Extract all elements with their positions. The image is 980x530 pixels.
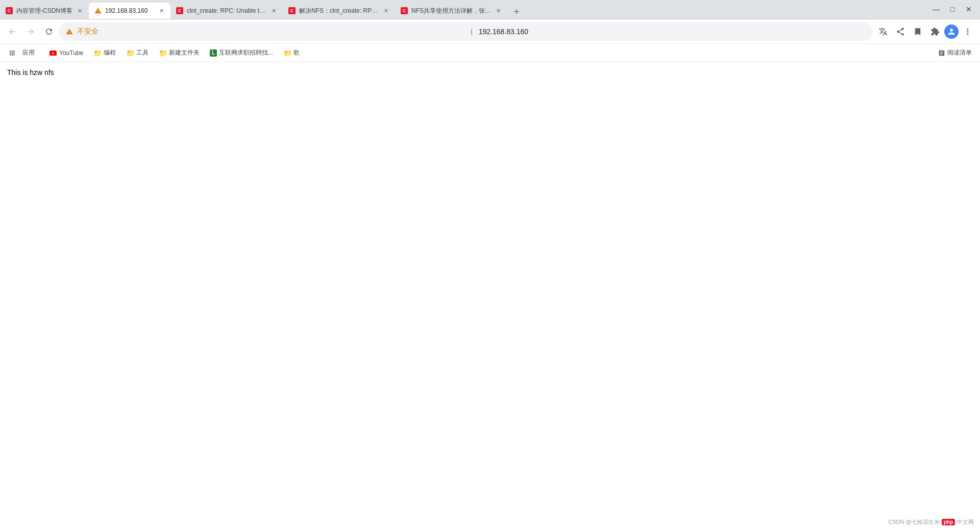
tab-close-1[interactable]: ✕ [76, 7, 84, 15]
apps-grid-icon [8, 49, 16, 57]
tab-clnt-create[interactable]: C clnt_create: RPC: Unable to re... ✕ [170, 3, 283, 19]
tab-ip-active[interactable]: 192.168.83.160 ✕ [89, 3, 170, 19]
back-button[interactable] [4, 23, 20, 40]
close-button[interactable]: ✕ [962, 2, 976, 16]
watermark-badge: php [942, 519, 955, 525]
songs-label: 歌 [293, 48, 300, 57]
tab-close-2[interactable]: ✕ [157, 7, 165, 15]
tab-close-3[interactable]: ✕ [270, 7, 278, 15]
tab-favicon-csdn: C [5, 7, 13, 15]
watermark-lang: 中文网 [957, 518, 974, 526]
bookmark-button[interactable] [910, 23, 926, 40]
tab-resolve-nfs[interactable]: C 解决NFS：clnt_create: RPC: Po... ✕ [283, 3, 395, 19]
tab-favicon-warning [94, 7, 102, 15]
new-tab-button[interactable]: + [509, 5, 524, 19]
bookmarks-bar: 应用 YouTube 📁 编程 📁 工具 📁 新建文件夹 L 互联网求职招聘找. [0, 44, 980, 62]
bookmark-programming[interactable]: 📁 编程 [89, 46, 120, 59]
tab-bar: C 内容管理-CSDN博客 ✕ 192.168.83.160 ✕ C clnt_… [0, 0, 980, 19]
tab-title-3: clnt_create: RPC: Unable to re... [187, 7, 266, 14]
security-warning-icon [66, 28, 73, 35]
share-button[interactable] [892, 23, 909, 40]
tab-close-4[interactable]: ✕ [382, 7, 390, 15]
reading-list-button[interactable]: 阅读清单 [934, 46, 976, 59]
tab-favicon-csdn-3: C [176, 7, 184, 15]
folder-programming-icon: 📁 [93, 49, 102, 57]
bookmark-tools[interactable]: 📁 工具 [122, 46, 153, 59]
youtube-label: YouTube [59, 49, 83, 57]
address-separator: | [471, 28, 472, 35]
translate-button[interactable] [875, 23, 891, 40]
security-label: 不安全 [77, 27, 464, 36]
reload-button[interactable] [41, 23, 57, 40]
browser-window: C 内容管理-CSDN博客 ✕ 192.168.83.160 ✕ C clnt_… [0, 0, 980, 530]
bookmark-apps[interactable]: 应用 [4, 44, 43, 61]
bookmark-new-folder[interactable]: 📁 新建文件夹 [155, 46, 204, 59]
bookmark-jobs[interactable]: L 互联网求职招聘找... [206, 46, 277, 59]
tab-nfs-share[interactable]: C NFS共享使用方法详解，张必安... ✕ [395, 3, 507, 19]
tab-csdn-content[interactable]: C 内容管理-CSDN博客 ✕ [0, 3, 89, 19]
extensions-button[interactable] [927, 23, 943, 40]
tab-title-4: 解决NFS：clnt_create: RPC: Po... [299, 7, 379, 15]
minimize-button[interactable]: — [929, 2, 943, 16]
folder-tools-icon: 📁 [126, 49, 134, 57]
window-controls: — □ ✕ [925, 0, 980, 19]
menu-button[interactable] [960, 23, 976, 40]
bookmark-youtube[interactable]: YouTube [45, 47, 87, 59]
maximize-button[interactable]: □ [945, 2, 960, 16]
tools-label: 工具 [136, 48, 149, 57]
jobs-label: 互联网求职招聘找... [219, 48, 273, 57]
tab-favicon-csdn-4: C [288, 7, 296, 15]
tab-close-5[interactable]: ✕ [494, 7, 502, 15]
tab-title-2: 192.168.83.160 [105, 7, 154, 14]
toolbar-right [875, 23, 976, 40]
page-main-text: This is hzw nfs [7, 68, 973, 77]
youtube-icon [49, 49, 57, 57]
jobs-favicon: L [210, 49, 217, 57]
tab-favicon-csdn-5: C [400, 7, 408, 15]
address-bar[interactable]: 不安全 | 192.168.83.160 [59, 22, 873, 41]
watermark: CSDN @七粒花生米 php 中文网 [888, 518, 974, 526]
avatar[interactable] [944, 24, 959, 39]
url-text: 192.168.83.160 [479, 28, 866, 36]
page-content: This is hzw nfs [0, 62, 980, 530]
tab-title-1: 内容管理-CSDN博客 [16, 7, 72, 15]
apps-label: 应用 [18, 46, 39, 59]
new-folder-label: 新建文件夹 [169, 48, 200, 57]
watermark-text: CSDN @七粒花生米 [888, 518, 939, 526]
bookmark-songs[interactable]: 📁 歌 [279, 46, 304, 59]
forward-button[interactable] [22, 23, 39, 40]
tab-title-5: NFS共享使用方法详解，张必安... [411, 7, 491, 15]
folder-songs-icon: 📁 [283, 49, 291, 57]
programming-label: 编程 [104, 48, 116, 57]
reading-list-label: 阅读清单 [947, 48, 972, 57]
toolbar: 不安全 | 192.168.83.160 [0, 19, 980, 44]
folder-new-icon: 📁 [159, 49, 167, 57]
